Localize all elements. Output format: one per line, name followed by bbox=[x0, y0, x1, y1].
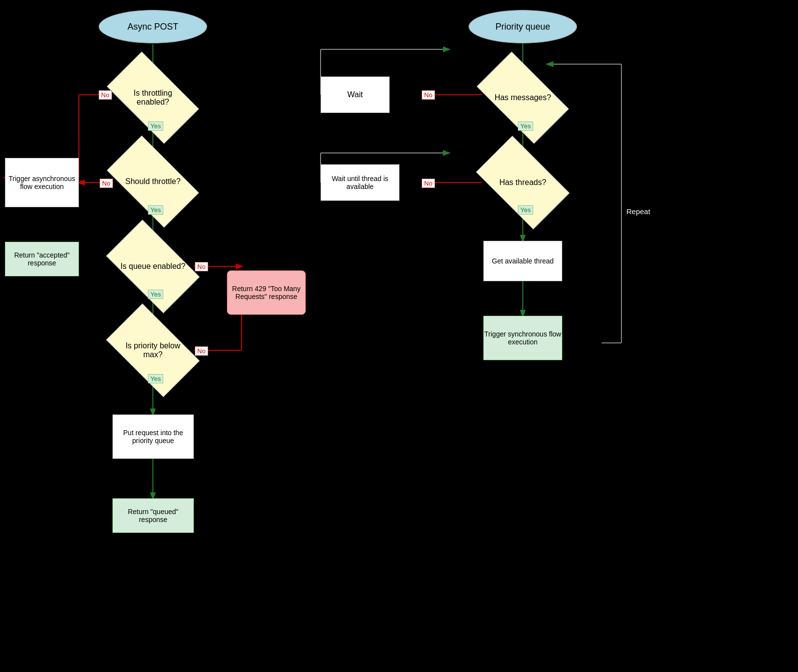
queue-no-label: No bbox=[195, 262, 208, 271]
trigger-sync-rect: Trigger synchronous flow execution bbox=[483, 316, 562, 360]
priority-queue-node: Priority queue bbox=[469, 10, 577, 43]
priority-yes-label: Yes bbox=[148, 374, 163, 383]
has-threads-diamond: Has threads? bbox=[482, 157, 563, 208]
should-throttle-yes-label: Yes bbox=[148, 205, 163, 215]
put-request-rect: Put request into the priority queue bbox=[112, 414, 194, 459]
priority-below-max-diamond: Is priority below max? bbox=[112, 325, 193, 376]
return-queued-rect: Return "queued" response bbox=[112, 498, 194, 533]
has-messages-diamond: Has messages? bbox=[482, 73, 563, 122]
priority-no-label: No bbox=[195, 346, 208, 356]
return-429-rect: Return 429 "Too Many Requests" response bbox=[227, 270, 306, 315]
repeat-label: Repeat bbox=[626, 207, 650, 216]
queue-enabled-diamond: Is queue enabled? bbox=[112, 241, 193, 292]
has-messages-yes-label: Yes bbox=[518, 121, 533, 131]
has-threads-yes-label: Yes bbox=[518, 205, 533, 215]
queue-yes-label: Yes bbox=[148, 290, 163, 299]
has-threads-no-label: No bbox=[422, 179, 435, 188]
return-accepted-rect: Return "accepted" response bbox=[5, 242, 79, 276]
has-messages-no-label: No bbox=[422, 90, 435, 100]
should-throttle-no-label: No bbox=[100, 179, 113, 188]
trigger-async-rect: Trigger asynchronous flow execution bbox=[5, 158, 79, 207]
get-thread-rect: Get available thread bbox=[483, 241, 562, 281]
throttling-no-label: No bbox=[99, 90, 112, 100]
should-throttle-diamond: Should throttle? bbox=[112, 157, 193, 206]
diagram-container: Async POST Priority queue Is throttling … bbox=[0, 0, 798, 672]
async-post-node: Async POST bbox=[99, 10, 207, 43]
wait-thread-rect: Wait until thread is available bbox=[321, 164, 399, 201]
throttling-yes-label: Yes bbox=[148, 121, 163, 131]
throttling-enabled-diamond: Is throttling enabled? bbox=[112, 73, 193, 122]
wait-rect: Wait bbox=[321, 76, 390, 113]
